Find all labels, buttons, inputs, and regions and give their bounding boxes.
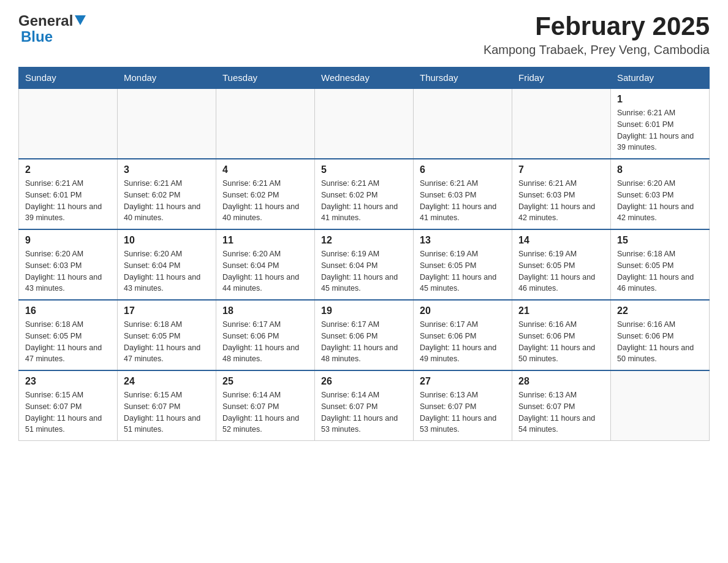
day-info: Sunrise: 6:14 AMSunset: 6:07 PMDaylight:… xyxy=(321,389,407,435)
day-number: 18 xyxy=(222,305,308,316)
day-number: 12 xyxy=(321,235,407,246)
day-info: Sunrise: 6:13 AMSunset: 6:07 PMDaylight:… xyxy=(518,389,604,435)
day-number: 6 xyxy=(420,164,506,175)
day-info: Sunrise: 6:15 AMSunset: 6:07 PMDaylight:… xyxy=(25,389,111,435)
day-info: Sunrise: 6:20 AMSunset: 6:04 PMDaylight:… xyxy=(124,248,210,294)
day-info: Sunrise: 6:21 AMSunset: 6:02 PMDaylight:… xyxy=(124,178,210,224)
day-info: Sunrise: 6:14 AMSunset: 6:07 PMDaylight:… xyxy=(222,389,308,435)
day-info: Sunrise: 6:21 AMSunset: 6:03 PMDaylight:… xyxy=(518,178,604,224)
calendar-week-row: 1Sunrise: 6:21 AMSunset: 6:01 PMDaylight… xyxy=(19,88,710,159)
day-number: 9 xyxy=(25,235,111,246)
day-info: Sunrise: 6:18 AMSunset: 6:05 PMDaylight:… xyxy=(124,319,210,365)
calendar-cell: 13Sunrise: 6:19 AMSunset: 6:05 PMDayligh… xyxy=(414,229,512,300)
calendar-cell: 26Sunrise: 6:14 AMSunset: 6:07 PMDayligh… xyxy=(315,370,414,441)
day-info: Sunrise: 6:19 AMSunset: 6:05 PMDaylight:… xyxy=(518,248,604,294)
calendar-title: February 2025 xyxy=(483,12,710,40)
day-number: 16 xyxy=(25,305,111,316)
calendar-cell: 18Sunrise: 6:17 AMSunset: 6:06 PMDayligh… xyxy=(216,300,315,370)
calendar-cell: 20Sunrise: 6:17 AMSunset: 6:06 PMDayligh… xyxy=(414,300,512,370)
day-info: Sunrise: 6:21 AMSunset: 6:02 PMDaylight:… xyxy=(321,178,407,224)
day-number: 21 xyxy=(518,305,604,316)
calendar-cell: 6Sunrise: 6:21 AMSunset: 6:03 PMDaylight… xyxy=(414,159,512,229)
column-header-wednesday: Wednesday xyxy=(315,67,414,89)
logo-general-text: General xyxy=(18,12,73,29)
logo-blue-text: Blue xyxy=(21,28,53,45)
calendar-subtitle: Kampong Trabaek, Prey Veng, Cambodia xyxy=(483,43,710,57)
day-number: 13 xyxy=(420,235,506,246)
day-number: 24 xyxy=(124,376,210,387)
calendar-cell: 8Sunrise: 6:20 AMSunset: 6:03 PMDaylight… xyxy=(611,159,710,229)
day-number: 22 xyxy=(617,305,703,316)
day-number: 7 xyxy=(518,164,604,175)
calendar-week-row: 2Sunrise: 6:21 AMSunset: 6:01 PMDaylight… xyxy=(19,159,710,229)
day-info: Sunrise: 6:18 AMSunset: 6:05 PMDaylight:… xyxy=(617,248,703,294)
title-section: February 2025 Kampong Trabaek, Prey Veng… xyxy=(483,12,710,57)
day-number: 27 xyxy=(420,376,506,387)
logo-triangle-icon xyxy=(75,15,86,28)
calendar-week-row: 9Sunrise: 6:20 AMSunset: 6:03 PMDaylight… xyxy=(19,229,710,300)
calendar-cell xyxy=(315,88,414,159)
day-number: 14 xyxy=(518,235,604,246)
day-number: 11 xyxy=(222,235,308,246)
day-info: Sunrise: 6:16 AMSunset: 6:06 PMDaylight:… xyxy=(518,319,604,365)
calendar-cell: 23Sunrise: 6:15 AMSunset: 6:07 PMDayligh… xyxy=(19,370,118,441)
calendar-cell xyxy=(512,88,611,159)
day-number: 23 xyxy=(25,376,111,387)
calendar-cell: 16Sunrise: 6:18 AMSunset: 6:05 PMDayligh… xyxy=(19,300,118,370)
calendar-cell: 22Sunrise: 6:16 AMSunset: 6:06 PMDayligh… xyxy=(611,300,710,370)
calendar-cell: 27Sunrise: 6:13 AMSunset: 6:07 PMDayligh… xyxy=(414,370,512,441)
day-info: Sunrise: 6:15 AMSunset: 6:07 PMDaylight:… xyxy=(124,389,210,435)
day-info: Sunrise: 6:21 AMSunset: 6:01 PMDaylight:… xyxy=(617,107,703,153)
calendar-cell xyxy=(414,88,512,159)
column-header-saturday: Saturday xyxy=(611,67,710,89)
day-number: 3 xyxy=(124,164,210,175)
day-info: Sunrise: 6:19 AMSunset: 6:05 PMDaylight:… xyxy=(420,248,506,294)
calendar-table: SundayMondayTuesdayWednesdayThursdayFrid… xyxy=(18,67,710,441)
svg-marker-0 xyxy=(75,15,86,25)
calendar-cell: 7Sunrise: 6:21 AMSunset: 6:03 PMDaylight… xyxy=(512,159,611,229)
day-number: 4 xyxy=(222,164,308,175)
calendar-cell: 4Sunrise: 6:21 AMSunset: 6:02 PMDaylight… xyxy=(216,159,315,229)
day-number: 1 xyxy=(617,94,703,105)
calendar-week-row: 23Sunrise: 6:15 AMSunset: 6:07 PMDayligh… xyxy=(19,370,710,441)
day-info: Sunrise: 6:21 AMSunset: 6:01 PMDaylight:… xyxy=(25,178,111,224)
day-number: 8 xyxy=(617,164,703,175)
calendar-cell: 25Sunrise: 6:14 AMSunset: 6:07 PMDayligh… xyxy=(216,370,315,441)
calendar-cell: 10Sunrise: 6:20 AMSunset: 6:04 PMDayligh… xyxy=(118,229,216,300)
day-info: Sunrise: 6:13 AMSunset: 6:07 PMDaylight:… xyxy=(420,389,506,435)
day-number: 28 xyxy=(518,376,604,387)
calendar-cell: 17Sunrise: 6:18 AMSunset: 6:05 PMDayligh… xyxy=(118,300,216,370)
day-number: 15 xyxy=(617,235,703,246)
day-info: Sunrise: 6:17 AMSunset: 6:06 PMDaylight:… xyxy=(321,319,407,365)
day-number: 5 xyxy=(321,164,407,175)
calendar-cell xyxy=(611,370,710,441)
column-header-sunday: Sunday xyxy=(19,67,118,89)
calendar-cell: 2Sunrise: 6:21 AMSunset: 6:01 PMDaylight… xyxy=(19,159,118,229)
calendar-cell xyxy=(118,88,216,159)
calendar-week-row: 16Sunrise: 6:18 AMSunset: 6:05 PMDayligh… xyxy=(19,300,710,370)
calendar-cell: 14Sunrise: 6:19 AMSunset: 6:05 PMDayligh… xyxy=(512,229,611,300)
day-info: Sunrise: 6:20 AMSunset: 6:04 PMDaylight:… xyxy=(222,248,308,294)
day-info: Sunrise: 6:18 AMSunset: 6:05 PMDaylight:… xyxy=(25,319,111,365)
calendar-cell: 15Sunrise: 6:18 AMSunset: 6:05 PMDayligh… xyxy=(611,229,710,300)
calendar-cell xyxy=(19,88,118,159)
day-info: Sunrise: 6:20 AMSunset: 6:03 PMDaylight:… xyxy=(25,248,111,294)
calendar-cell: 3Sunrise: 6:21 AMSunset: 6:02 PMDaylight… xyxy=(118,159,216,229)
calendar-cell xyxy=(216,88,315,159)
calendar-cell: 12Sunrise: 6:19 AMSunset: 6:04 PMDayligh… xyxy=(315,229,414,300)
day-number: 17 xyxy=(124,305,210,316)
day-info: Sunrise: 6:21 AMSunset: 6:02 PMDaylight:… xyxy=(222,178,308,224)
column-header-thursday: Thursday xyxy=(414,67,512,89)
day-number: 10 xyxy=(124,235,210,246)
day-number: 19 xyxy=(321,305,407,316)
day-info: Sunrise: 6:17 AMSunset: 6:06 PMDaylight:… xyxy=(222,319,308,365)
day-info: Sunrise: 6:21 AMSunset: 6:03 PMDaylight:… xyxy=(420,178,506,224)
calendar-header-row: SundayMondayTuesdayWednesdayThursdayFrid… xyxy=(19,67,710,89)
day-info: Sunrise: 6:20 AMSunset: 6:03 PMDaylight:… xyxy=(617,178,703,224)
calendar-cell: 1Sunrise: 6:21 AMSunset: 6:01 PMDaylight… xyxy=(611,88,710,159)
calendar-cell: 21Sunrise: 6:16 AMSunset: 6:06 PMDayligh… xyxy=(512,300,611,370)
calendar-cell: 28Sunrise: 6:13 AMSunset: 6:07 PMDayligh… xyxy=(512,370,611,441)
calendar-cell: 11Sunrise: 6:20 AMSunset: 6:04 PMDayligh… xyxy=(216,229,315,300)
calendar-cell: 19Sunrise: 6:17 AMSunset: 6:06 PMDayligh… xyxy=(315,300,414,370)
day-info: Sunrise: 6:19 AMSunset: 6:04 PMDaylight:… xyxy=(321,248,407,294)
